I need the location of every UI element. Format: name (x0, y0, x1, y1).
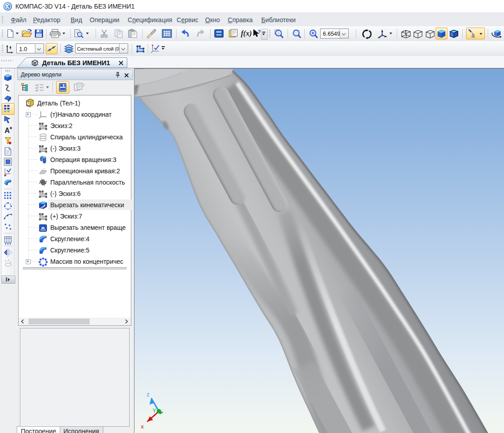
svg-text:Y: Y (153, 408, 156, 414)
svg-text:x: x (141, 423, 144, 430)
svg-text:A: A (5, 127, 10, 134)
svg-text:?: ? (258, 29, 261, 34)
svg-text:Деталь БЕЗ ИМЕНИ1: Деталь БЕЗ ИМЕНИ1 (42, 59, 110, 67)
svg-text:z: z (147, 391, 149, 398)
